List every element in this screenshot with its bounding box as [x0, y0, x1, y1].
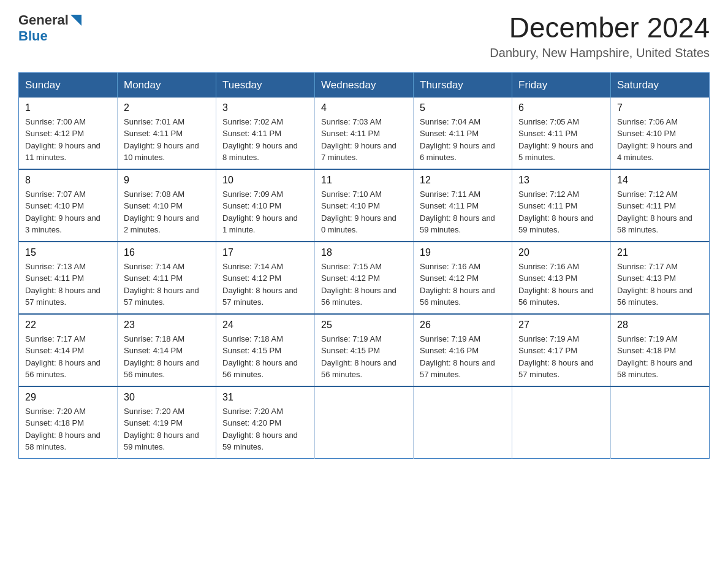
calendar-day-cell: 15 Sunrise: 7:13 AM Sunset: 4:11 PM Dayl…: [19, 242, 118, 314]
day-number: 12: [420, 175, 506, 186]
day-number: 5: [420, 102, 506, 113]
calendar-day-cell: 12 Sunrise: 7:11 AM Sunset: 4:11 PM Dayl…: [414, 169, 512, 242]
logo-blue-text: Blue: [18, 28, 48, 44]
calendar-day-cell: 19 Sunrise: 7:16 AM Sunset: 4:12 PM Dayl…: [414, 242, 512, 314]
weekday-header-wednesday: Wednesday: [315, 72, 414, 98]
calendar-day-cell: 22 Sunrise: 7:17 AM Sunset: 4:14 PM Dayl…: [19, 314, 118, 386]
day-number: 17: [222, 247, 308, 258]
weekday-header-saturday: Saturday: [611, 72, 710, 98]
day-info: Sunrise: 7:15 AM Sunset: 4:12 PM Dayligh…: [321, 261, 407, 308]
logo: General Blue: [18, 12, 82, 44]
day-info: Sunrise: 7:13 AM Sunset: 4:11 PM Dayligh…: [25, 261, 111, 308]
calendar-day-cell: 14 Sunrise: 7:12 AM Sunset: 4:11 PM Dayl…: [611, 169, 710, 242]
day-info: Sunrise: 7:17 AM Sunset: 4:13 PM Dayligh…: [617, 261, 703, 308]
calendar-week-row: 1 Sunrise: 7:00 AM Sunset: 4:12 PM Dayli…: [19, 98, 710, 169]
logo-triangle-icon: [70, 15, 82, 26]
day-number: 4: [321, 102, 407, 113]
day-info: Sunrise: 7:14 AM Sunset: 4:11 PM Dayligh…: [124, 261, 210, 308]
day-number: 25: [321, 320, 407, 331]
day-number: 1: [25, 102, 111, 113]
calendar-week-row: 15 Sunrise: 7:13 AM Sunset: 4:11 PM Dayl…: [19, 242, 710, 314]
day-info: Sunrise: 7:00 AM Sunset: 4:12 PM Dayligh…: [25, 116, 111, 164]
day-number: 21: [617, 247, 703, 258]
day-number: 11: [321, 175, 407, 186]
calendar-day-cell: 17 Sunrise: 7:14 AM Sunset: 4:12 PM Dayl…: [216, 242, 315, 314]
calendar-day-cell: 11 Sunrise: 7:10 AM Sunset: 4:10 PM Dayl…: [315, 169, 414, 242]
calendar-empty-cell: [512, 386, 611, 459]
calendar-day-cell: 7 Sunrise: 7:06 AM Sunset: 4:10 PM Dayli…: [611, 98, 710, 169]
day-number: 10: [222, 175, 308, 186]
calendar-day-cell: 9 Sunrise: 7:08 AM Sunset: 4:10 PM Dayli…: [118, 169, 216, 242]
page-header: General Blue December 2024 Danbury, New …: [18, 12, 710, 60]
day-number: 27: [518, 320, 604, 331]
calendar-table: SundayMondayTuesdayWednesdayThursdayFrid…: [18, 72, 710, 459]
calendar-subtitle: Danbury, New Hampshire, United States: [490, 46, 710, 60]
calendar-day-cell: 8 Sunrise: 7:07 AM Sunset: 4:10 PM Dayli…: [19, 169, 118, 242]
weekday-header-row: SundayMondayTuesdayWednesdayThursdayFrid…: [19, 72, 710, 98]
day-info: Sunrise: 7:19 AM Sunset: 4:17 PM Dayligh…: [518, 333, 604, 381]
day-info: Sunrise: 7:19 AM Sunset: 4:15 PM Dayligh…: [321, 333, 407, 381]
day-info: Sunrise: 7:05 AM Sunset: 4:11 PM Dayligh…: [518, 116, 604, 164]
day-info: Sunrise: 7:06 AM Sunset: 4:10 PM Dayligh…: [617, 116, 703, 164]
day-number: 14: [617, 175, 703, 186]
day-info: Sunrise: 7:20 AM Sunset: 4:18 PM Dayligh…: [25, 405, 111, 453]
calendar-day-cell: 16 Sunrise: 7:14 AM Sunset: 4:11 PM Dayl…: [118, 242, 216, 314]
calendar-day-cell: 20 Sunrise: 7:16 AM Sunset: 4:13 PM Dayl…: [512, 242, 611, 314]
day-number: 19: [420, 247, 506, 258]
weekday-header-monday: Monday: [118, 72, 216, 98]
day-number: 2: [124, 102, 210, 113]
svg-marker-0: [70, 15, 82, 26]
calendar-day-cell: 3 Sunrise: 7:02 AM Sunset: 4:11 PM Dayli…: [216, 98, 315, 169]
weekday-header-tuesday: Tuesday: [216, 72, 315, 98]
day-number: 9: [124, 175, 210, 186]
day-number: 23: [124, 320, 210, 331]
calendar-day-cell: 5 Sunrise: 7:04 AM Sunset: 4:11 PM Dayli…: [414, 98, 512, 169]
day-info: Sunrise: 7:12 AM Sunset: 4:11 PM Dayligh…: [617, 188, 703, 236]
day-number: 28: [617, 320, 703, 331]
calendar-day-cell: 30 Sunrise: 7:20 AM Sunset: 4:19 PM Dayl…: [118, 386, 216, 459]
calendar-day-cell: 25 Sunrise: 7:19 AM Sunset: 4:15 PM Dayl…: [315, 314, 414, 386]
day-info: Sunrise: 7:11 AM Sunset: 4:11 PM Dayligh…: [420, 188, 506, 236]
calendar-day-cell: 18 Sunrise: 7:15 AM Sunset: 4:12 PM Dayl…: [315, 242, 414, 314]
calendar-day-cell: 4 Sunrise: 7:03 AM Sunset: 4:11 PM Dayli…: [315, 98, 414, 169]
calendar-week-row: 8 Sunrise: 7:07 AM Sunset: 4:10 PM Dayli…: [19, 169, 710, 242]
day-info: Sunrise: 7:04 AM Sunset: 4:11 PM Dayligh…: [420, 116, 506, 164]
day-number: 16: [124, 247, 210, 258]
day-number: 20: [518, 247, 604, 258]
day-info: Sunrise: 7:20 AM Sunset: 4:19 PM Dayligh…: [124, 405, 210, 453]
day-number: 31: [222, 392, 308, 403]
calendar-day-cell: 29 Sunrise: 7:20 AM Sunset: 4:18 PM Dayl…: [19, 386, 118, 459]
day-info: Sunrise: 7:20 AM Sunset: 4:20 PM Dayligh…: [222, 405, 308, 453]
calendar-title: December 2024: [490, 12, 710, 44]
day-number: 6: [518, 102, 604, 113]
day-info: Sunrise: 7:01 AM Sunset: 4:11 PM Dayligh…: [124, 116, 210, 164]
day-number: 30: [124, 392, 210, 403]
day-number: 15: [25, 247, 111, 258]
day-info: Sunrise: 7:14 AM Sunset: 4:12 PM Dayligh…: [222, 261, 308, 308]
day-info: Sunrise: 7:16 AM Sunset: 4:12 PM Dayligh…: [420, 261, 506, 308]
day-info: Sunrise: 7:17 AM Sunset: 4:14 PM Dayligh…: [25, 333, 111, 381]
calendar-day-cell: 24 Sunrise: 7:18 AM Sunset: 4:15 PM Dayl…: [216, 314, 315, 386]
calendar-week-row: 22 Sunrise: 7:17 AM Sunset: 4:14 PM Dayl…: [19, 314, 710, 386]
calendar-day-cell: 26 Sunrise: 7:19 AM Sunset: 4:16 PM Dayl…: [414, 314, 512, 386]
day-number: 18: [321, 247, 407, 258]
day-number: 22: [25, 320, 111, 331]
calendar-week-row: 29 Sunrise: 7:20 AM Sunset: 4:18 PM Dayl…: [19, 386, 710, 459]
day-number: 8: [25, 175, 111, 186]
day-number: 13: [518, 175, 604, 186]
day-info: Sunrise: 7:07 AM Sunset: 4:10 PM Dayligh…: [25, 188, 111, 236]
calendar-empty-cell: [611, 386, 710, 459]
day-number: 3: [222, 102, 308, 113]
day-number: 29: [25, 392, 111, 403]
day-info: Sunrise: 7:19 AM Sunset: 4:18 PM Dayligh…: [617, 333, 703, 381]
weekday-header-sunday: Sunday: [19, 72, 118, 98]
calendar-day-cell: 6 Sunrise: 7:05 AM Sunset: 4:11 PM Dayli…: [512, 98, 611, 169]
logo-general-text: General: [18, 12, 69, 28]
day-info: Sunrise: 7:08 AM Sunset: 4:10 PM Dayligh…: [124, 188, 210, 236]
calendar-day-cell: 2 Sunrise: 7:01 AM Sunset: 4:11 PM Dayli…: [118, 98, 216, 169]
day-info: Sunrise: 7:12 AM Sunset: 4:11 PM Dayligh…: [518, 188, 604, 236]
day-info: Sunrise: 7:02 AM Sunset: 4:11 PM Dayligh…: [222, 116, 308, 164]
day-info: Sunrise: 7:19 AM Sunset: 4:16 PM Dayligh…: [420, 333, 506, 381]
day-info: Sunrise: 7:10 AM Sunset: 4:10 PM Dayligh…: [321, 188, 407, 236]
calendar-day-cell: 27 Sunrise: 7:19 AM Sunset: 4:17 PM Dayl…: [512, 314, 611, 386]
